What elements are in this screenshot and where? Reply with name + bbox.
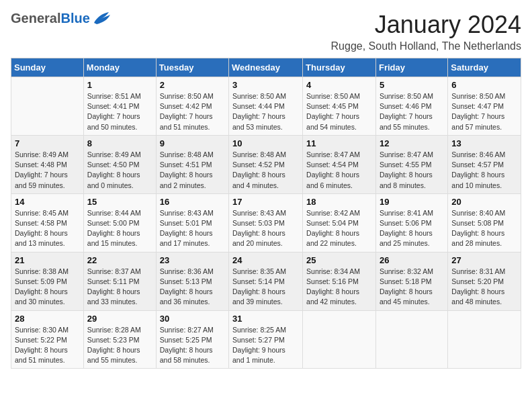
column-header-monday: Monday — [83, 58, 156, 77]
calendar-week-row: 28Sunrise: 8:30 AMSunset: 5:22 PMDayligh… — [11, 310, 521, 369]
day-info: Sunrise: 8:49 AMSunset: 4:50 PMDaylight:… — [87, 150, 152, 191]
calendar-week-row: 14Sunrise: 8:45 AMSunset: 4:58 PMDayligh… — [11, 193, 521, 252]
calendar-cell: 9Sunrise: 8:48 AMSunset: 4:51 PMDaylight… — [156, 135, 228, 193]
day-number: 14 — [15, 197, 80, 207]
calendar-cell: 28Sunrise: 8:30 AMSunset: 5:22 PMDayligh… — [11, 310, 84, 369]
calendar-cell: 24Sunrise: 8:35 AMSunset: 5:14 PMDayligh… — [229, 252, 303, 310]
calendar-cell: 8Sunrise: 8:49 AMSunset: 4:50 PMDaylight… — [83, 135, 156, 193]
day-number: 31 — [232, 314, 299, 324]
day-number: 11 — [306, 138, 372, 148]
day-number: 1 — [87, 80, 152, 90]
calendar-cell: 15Sunrise: 8:44 AMSunset: 5:00 PMDayligh… — [83, 193, 156, 252]
calendar-cell: 16Sunrise: 8:43 AMSunset: 5:01 PMDayligh… — [156, 193, 228, 252]
day-number: 15 — [87, 197, 152, 207]
day-number: 17 — [232, 197, 299, 207]
day-number: 12 — [380, 138, 444, 148]
calendar-cell — [375, 310, 447, 369]
calendar-cell: 23Sunrise: 8:36 AMSunset: 5:13 PMDayligh… — [156, 252, 228, 310]
title-block: January 2024 Rugge, South Holland, The N… — [331, 11, 521, 52]
day-number: 22 — [87, 255, 152, 265]
column-header-saturday: Saturday — [448, 58, 521, 77]
day-info: Sunrise: 8:38 AMSunset: 5:09 PMDaylight:… — [15, 267, 80, 308]
day-number: 20 — [451, 197, 517, 207]
calendar-cell: 30Sunrise: 8:27 AMSunset: 5:25 PMDayligh… — [156, 310, 228, 369]
day-number: 3 — [232, 80, 299, 90]
day-info: Sunrise: 8:37 AMSunset: 5:11 PMDaylight:… — [87, 267, 152, 308]
calendar-cell: 5Sunrise: 8:50 AMSunset: 4:46 PMDaylight… — [375, 77, 447, 136]
day-number: 16 — [160, 197, 225, 207]
day-info: Sunrise: 8:50 AMSunset: 4:44 PMDaylight:… — [232, 91, 299, 132]
calendar-cell: 12Sunrise: 8:47 AMSunset: 4:55 PMDayligh… — [375, 135, 447, 193]
day-info: Sunrise: 8:43 AMSunset: 5:03 PMDaylight:… — [232, 208, 299, 249]
day-info: Sunrise: 8:41 AMSunset: 5:06 PMDaylight:… — [380, 208, 444, 249]
day-info: Sunrise: 8:50 AMSunset: 4:42 PMDaylight:… — [160, 91, 225, 132]
day-number: 2 — [160, 80, 225, 90]
day-info: Sunrise: 8:25 AMSunset: 5:27 PMDaylight:… — [232, 325, 299, 366]
day-number: 21 — [15, 255, 80, 265]
calendar-cell — [448, 310, 521, 369]
day-info: Sunrise: 8:50 AMSunset: 4:47 PMDaylight:… — [451, 91, 517, 132]
day-number: 23 — [160, 255, 225, 265]
logo-general: GeneralBlue — [11, 11, 90, 26]
page-header: GeneralBlue January 2024 Rugge, South Ho… — [11, 11, 521, 52]
calendar-cell: 27Sunrise: 8:31 AMSunset: 5:20 PMDayligh… — [448, 252, 521, 310]
day-info: Sunrise: 8:51 AMSunset: 4:41 PMDaylight:… — [87, 91, 152, 132]
day-info: Sunrise: 8:35 AMSunset: 5:14 PMDaylight:… — [232, 267, 299, 308]
calendar-cell: 2Sunrise: 8:50 AMSunset: 4:42 PMDaylight… — [156, 77, 228, 136]
day-number: 8 — [87, 138, 152, 148]
calendar-week-row: 7Sunrise: 8:49 AMSunset: 4:48 PMDaylight… — [11, 135, 521, 193]
day-number: 24 — [232, 255, 299, 265]
calendar-cell — [11, 77, 84, 136]
calendar-cell: 6Sunrise: 8:50 AMSunset: 4:47 PMDaylight… — [448, 77, 521, 136]
calendar-cell: 11Sunrise: 8:47 AMSunset: 4:54 PMDayligh… — [303, 135, 376, 193]
day-info: Sunrise: 8:48 AMSunset: 4:52 PMDaylight:… — [232, 150, 299, 191]
day-number: 30 — [160, 314, 225, 324]
calendar-cell: 22Sunrise: 8:37 AMSunset: 5:11 PMDayligh… — [83, 252, 156, 310]
calendar-cell: 3Sunrise: 8:50 AMSunset: 4:44 PMDaylight… — [229, 77, 303, 136]
calendar-cell: 21Sunrise: 8:38 AMSunset: 5:09 PMDayligh… — [11, 252, 84, 310]
day-info: Sunrise: 8:48 AMSunset: 4:51 PMDaylight:… — [160, 150, 225, 191]
day-info: Sunrise: 8:28 AMSunset: 5:23 PMDaylight:… — [87, 325, 152, 366]
column-header-sunday: Sunday — [11, 58, 84, 77]
column-header-thursday: Thursday — [303, 58, 376, 77]
calendar-cell: 29Sunrise: 8:28 AMSunset: 5:23 PMDayligh… — [83, 310, 156, 369]
calendar-week-row: 1Sunrise: 8:51 AMSunset: 4:41 PMDaylight… — [11, 77, 521, 136]
day-info: Sunrise: 8:47 AMSunset: 4:54 PMDaylight:… — [306, 150, 372, 191]
day-info: Sunrise: 8:30 AMSunset: 5:22 PMDaylight:… — [15, 325, 80, 366]
month-title: January 2024 — [331, 11, 521, 39]
day-info: Sunrise: 8:40 AMSunset: 5:08 PMDaylight:… — [451, 208, 517, 249]
day-number: 19 — [380, 197, 444, 207]
day-number: 25 — [306, 255, 372, 265]
day-number: 26 — [380, 255, 444, 265]
column-header-wednesday: Wednesday — [229, 58, 303, 77]
day-number: 27 — [451, 255, 517, 265]
day-info: Sunrise: 8:36 AMSunset: 5:13 PMDaylight:… — [160, 267, 225, 308]
day-info: Sunrise: 8:47 AMSunset: 4:55 PMDaylight:… — [380, 150, 444, 191]
calendar-cell — [303, 310, 376, 369]
calendar-cell: 1Sunrise: 8:51 AMSunset: 4:41 PMDaylight… — [83, 77, 156, 136]
day-info: Sunrise: 8:50 AMSunset: 4:46 PMDaylight:… — [380, 91, 444, 132]
day-info: Sunrise: 8:45 AMSunset: 4:58 PMDaylight:… — [15, 208, 80, 249]
calendar-header-row: SundayMondayTuesdayWednesdayThursdayFrid… — [11, 58, 521, 77]
logo-bird-icon — [91, 11, 110, 26]
day-info: Sunrise: 8:31 AMSunset: 5:20 PMDaylight:… — [451, 267, 517, 308]
calendar-cell: 14Sunrise: 8:45 AMSunset: 4:58 PMDayligh… — [11, 193, 84, 252]
calendar-cell: 25Sunrise: 8:34 AMSunset: 5:16 PMDayligh… — [303, 252, 376, 310]
calendar-cell: 10Sunrise: 8:48 AMSunset: 4:52 PMDayligh… — [229, 135, 303, 193]
day-number: 18 — [306, 197, 372, 207]
day-info: Sunrise: 8:27 AMSunset: 5:25 PMDaylight:… — [160, 325, 225, 366]
calendar-cell: 31Sunrise: 8:25 AMSunset: 5:27 PMDayligh… — [229, 310, 303, 369]
calendar-week-row: 21Sunrise: 8:38 AMSunset: 5:09 PMDayligh… — [11, 252, 521, 310]
calendar-cell: 20Sunrise: 8:40 AMSunset: 5:08 PMDayligh… — [448, 193, 521, 252]
logo: GeneralBlue — [11, 11, 110, 26]
day-info: Sunrise: 8:32 AMSunset: 5:18 PMDaylight:… — [380, 267, 444, 308]
calendar-cell: 7Sunrise: 8:49 AMSunset: 4:48 PMDaylight… — [11, 135, 84, 193]
day-number: 5 — [380, 80, 444, 90]
day-info: Sunrise: 8:42 AMSunset: 5:04 PMDaylight:… — [306, 208, 372, 249]
day-number: 13 — [451, 138, 517, 148]
day-number: 7 — [15, 138, 80, 148]
calendar-table: SundayMondayTuesdayWednesdayThursdayFrid… — [11, 58, 521, 369]
day-info: Sunrise: 8:44 AMSunset: 5:00 PMDaylight:… — [87, 208, 152, 249]
day-info: Sunrise: 8:50 AMSunset: 4:45 PMDaylight:… — [306, 91, 372, 132]
calendar-cell: 19Sunrise: 8:41 AMSunset: 5:06 PMDayligh… — [375, 193, 447, 252]
